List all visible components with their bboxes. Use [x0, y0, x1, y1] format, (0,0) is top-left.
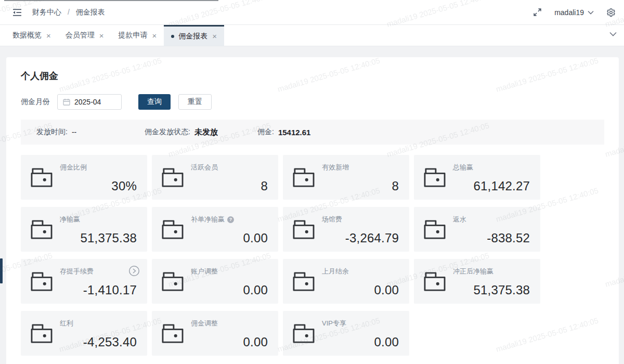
stat-value: 61,142.27	[473, 179, 530, 193]
wallet-icon	[423, 271, 446, 294]
stat-label: 有效新增	[322, 163, 349, 172]
stat-card-5: 净输赢51,375.38	[21, 207, 147, 252]
top-bar: 财务中心 / 佣金报表 madali19	[0, 0, 624, 25]
wallet-icon	[30, 167, 53, 190]
wallet-icon	[423, 167, 446, 190]
chevron-down-icon	[588, 10, 594, 15]
stat-value: 8	[261, 179, 268, 193]
wallet-icon	[292, 167, 315, 190]
top-progress-line	[4, 0, 218, 1]
summary-item-2: 佣金发放状态:未发放	[145, 127, 257, 137]
summary-label: 发放时间:	[36, 127, 68, 137]
stat-value: 0.00	[243, 335, 268, 349]
stat-label: 存提手续费	[60, 267, 94, 276]
summary-value: --	[72, 128, 76, 136]
stat-card-13: 红利-4,253.40	[21, 311, 147, 356]
wallet-icon	[161, 323, 184, 346]
tab-bar: 数据概览×会员管理×提款申请×佣金报表×	[0, 25, 624, 46]
tab-4[interactable]: 佣金报表×	[164, 25, 224, 46]
tab-list-chevron-down-icon[interactable]	[609, 32, 617, 36]
user-menu[interactable]: madali19	[554, 8, 594, 17]
stat-label: 活跃会员	[191, 163, 218, 172]
stat-value: -4,253.40	[83, 335, 137, 349]
calendar-icon	[63, 98, 70, 106]
summary-value: 15412.61	[278, 128, 311, 137]
stat-value: 30%	[111, 179, 137, 193]
stat-card-2: 活跃会员8	[152, 155, 278, 200]
stat-card-7: 场馆费-3,264.79	[283, 207, 409, 252]
stat-label: 冲正后净输赢	[453, 267, 493, 276]
search-button[interactable]: 查询	[138, 94, 171, 110]
stat-card-10: 账户调整0.00	[152, 259, 278, 304]
stat-card-grid: 佣金比例30%活跃会员8有效新增8总输赢61,142.27净输赢51,375.3…	[21, 155, 604, 356]
summary-item-1: 发放时间:--	[36, 127, 145, 137]
stat-value: 51,375.38	[80, 231, 137, 245]
stat-label: 佣金调整	[191, 319, 218, 328]
stat-card-4: 总输赢61,142.27	[414, 155, 540, 200]
tab-close-icon[interactable]: ×	[212, 32, 217, 40]
stat-label: 上月结余	[322, 267, 349, 276]
summary-bar: 发放时间:--佣金发放状态:未发放佣金:15412.61	[21, 120, 604, 145]
tab-3[interactable]: 提款申请×	[111, 25, 164, 46]
stat-value: 51,375.38	[473, 283, 530, 297]
month-picker-value: 2025-04	[74, 98, 101, 106]
summary-label: 佣金:	[257, 127, 274, 137]
stat-label: VIP专享	[322, 319, 346, 328]
stat-label: 红利	[60, 319, 73, 328]
wallet-icon	[292, 323, 315, 346]
tab-close-icon[interactable]: ×	[152, 32, 157, 40]
stat-value: 0.00	[374, 335, 399, 349]
wallet-icon	[30, 271, 53, 294]
tab-close-icon[interactable]: ×	[99, 32, 104, 40]
stat-card-9: 存提手续费-1,410.17	[21, 259, 147, 304]
stat-label: 总输赢	[453, 163, 473, 172]
wallet-icon	[423, 219, 446, 242]
menu-fold-icon[interactable]	[12, 8, 22, 17]
tab-label: 提款申请	[119, 31, 148, 40]
breadcrumb-separator: /	[68, 8, 70, 16]
wallet-icon	[30, 323, 53, 346]
wallet-icon	[292, 219, 315, 242]
stat-value: 8	[392, 179, 399, 193]
tab-2[interactable]: 会员管理×	[58, 25, 111, 46]
settings-gear-icon[interactable]	[606, 8, 616, 17]
breadcrumb-section[interactable]: 财务中心	[32, 8, 61, 16]
tab-label: 佣金报表	[178, 32, 207, 41]
stat-card-1: 佣金比例30%	[21, 155, 147, 200]
month-picker-input[interactable]: 2025-04	[57, 94, 122, 110]
stat-card-14: 佣金调整0.00	[152, 311, 278, 356]
stat-card-15: VIP专享0.00	[283, 311, 409, 356]
stat-label: 佣金比例	[60, 163, 87, 172]
breadcrumb: 财务中心 / 佣金报表	[32, 8, 105, 17]
tab-1[interactable]: 数据概览×	[5, 25, 58, 46]
stat-value: -838.52	[487, 231, 530, 245]
stat-card-3: 有效新增8	[283, 155, 409, 200]
stat-value: 0.00	[243, 231, 268, 245]
wallet-icon	[161, 167, 184, 190]
wallet-icon	[161, 271, 184, 294]
tab-label: 会员管理	[66, 31, 95, 40]
stat-value: 0.00	[374, 283, 399, 297]
reset-button[interactable]: 重置	[178, 94, 212, 110]
stat-label: 补单净输赢?	[191, 215, 234, 224]
page-title: 个人佣金	[21, 70, 604, 82]
help-question-icon[interactable]: ?	[227, 216, 234, 223]
breadcrumb-page: 佣金报表	[76, 8, 105, 16]
stat-card-11: 上月结余0.00	[283, 259, 409, 304]
stat-card-8: 返水-838.52	[414, 207, 540, 252]
chevron-right-circle-icon[interactable]	[128, 265, 140, 279]
summary-label: 佣金发放状态:	[145, 127, 190, 137]
summary-item-3: 佣金:15412.61	[257, 127, 310, 137]
stat-value: 0.00	[243, 283, 268, 297]
left-scroll-indicator	[0, 258, 3, 283]
fullscreen-icon[interactable]	[533, 8, 542, 17]
tab-label: 数据概览	[12, 31, 42, 40]
month-filter-label: 佣金月份	[21, 97, 50, 107]
content-panel: 个人佣金 佣金月份 2025-04 查询 重置 发放时间:--佣金发放状态:未发…	[6, 57, 619, 364]
tab-close-icon[interactable]: ×	[46, 32, 51, 40]
stat-card-12: 冲正后净输赢51,375.38	[414, 259, 540, 304]
wallet-icon	[30, 219, 53, 242]
stat-label: 账户调整	[191, 267, 218, 276]
stat-value: -1,410.17	[83, 283, 137, 297]
stat-label: 净输赢	[60, 215, 80, 224]
